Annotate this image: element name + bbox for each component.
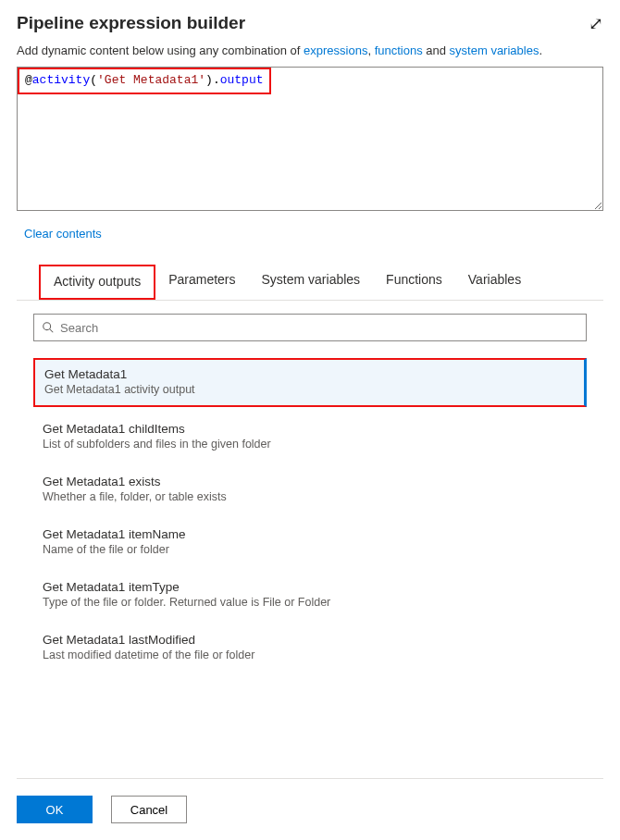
intro-text: Add dynamic content below using any comb… bbox=[17, 43, 603, 57]
intro-prefix: Add dynamic content below using any comb… bbox=[17, 43, 304, 57]
list-item[interactable]: Get Metadata1 itemName Name of the file … bbox=[33, 520, 587, 565]
link-system-variables[interactable]: system variables bbox=[450, 43, 539, 57]
svg-point-0 bbox=[43, 323, 51, 330]
list-item[interactable]: Get Metadata1 Get Metadata1 activity out… bbox=[33, 358, 587, 407]
list-item-title: Get Metadata1 itemType bbox=[43, 580, 577, 594]
tab-functions[interactable]: Functions bbox=[373, 265, 455, 300]
search-icon bbox=[42, 321, 55, 334]
list-item-title: Get Metadata1 exists bbox=[43, 475, 577, 488]
list-item-title: Get Metadata1 itemName bbox=[43, 527, 577, 541]
list-item[interactable]: Get Metadata1 lastModified Last modified… bbox=[33, 625, 587, 671]
list-item-desc: List of subfolders and files in the give… bbox=[43, 438, 577, 451]
expand-icon[interactable]: ⤢ bbox=[589, 13, 603, 34]
tab-variables[interactable]: Variables bbox=[455, 265, 534, 300]
cancel-button[interactable]: Cancel bbox=[111, 796, 187, 823]
activity-outputs-list: Get Metadata1 Get Metadata1 activity out… bbox=[17, 358, 603, 671]
list-item[interactable]: Get Metadata1 itemType Type of the file … bbox=[33, 573, 587, 618]
tab-parameters[interactable]: Parameters bbox=[155, 265, 248, 300]
expression-editor[interactable] bbox=[17, 67, 603, 211]
list-item-desc: Type of the file or folder. Returned val… bbox=[43, 596, 577, 609]
list-item-desc: Last modified datetime of the file or fo… bbox=[43, 649, 577, 661]
clear-contents-link[interactable]: Clear contents bbox=[24, 227, 102, 241]
page-title: Pipeline expression builder bbox=[17, 13, 245, 33]
list-item-desc: Whether a file, folder, or table exists bbox=[43, 490, 577, 503]
svg-line-1 bbox=[50, 329, 54, 333]
tab-activity-outputs[interactable]: Activity outputs bbox=[39, 265, 155, 300]
link-expressions[interactable]: expressions bbox=[304, 43, 367, 57]
ok-button[interactable]: OK bbox=[17, 796, 93, 823]
list-item-title: Get Metadata1 lastModified bbox=[43, 633, 577, 647]
link-functions[interactable]: functions bbox=[375, 43, 423, 57]
list-item[interactable]: Get Metadata1 exists Whether a file, fol… bbox=[33, 467, 587, 513]
list-item[interactable]: Get Metadata1 childItems List of subfold… bbox=[33, 414, 587, 460]
search-input[interactable] bbox=[60, 321, 578, 335]
list-item-desc: Get Metadata1 activity output bbox=[44, 383, 575, 396]
list-item-title: Get Metadata1 bbox=[44, 367, 575, 381]
list-item-desc: Name of the file or folder bbox=[43, 543, 577, 556]
search-box[interactable] bbox=[33, 314, 587, 341]
list-item-title: Get Metadata1 childItems bbox=[43, 422, 577, 436]
tabs: Activity outputs Parameters System varia… bbox=[17, 265, 603, 301]
tab-system-variables[interactable]: System variables bbox=[249, 265, 374, 300]
